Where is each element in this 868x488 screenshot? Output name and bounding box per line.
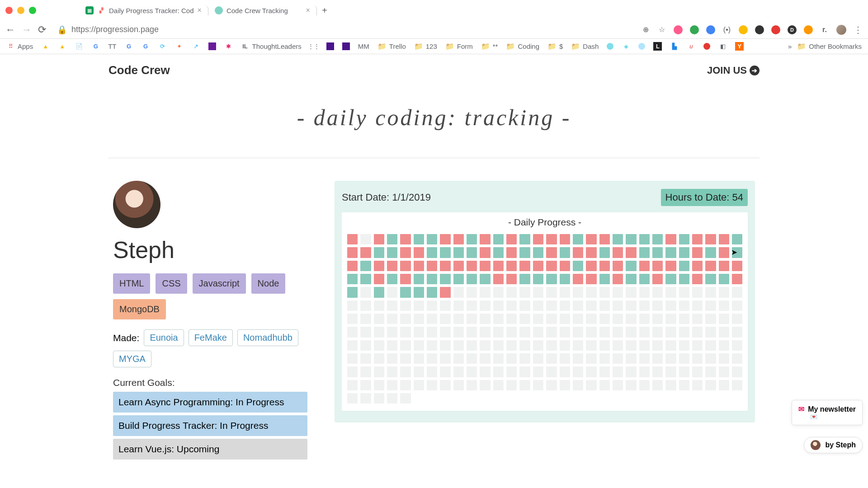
- progress-cell[interactable]: [679, 287, 689, 297]
- progress-cell[interactable]: [467, 340, 477, 351]
- bm-item[interactable]: ▙: [670, 42, 679, 51]
- progress-cell[interactable]: [360, 393, 371, 404]
- progress-cell[interactable]: [414, 287, 424, 297]
- bm-item[interactable]: G: [142, 42, 150, 51]
- reload-button[interactable]: ⟳: [38, 24, 46, 36]
- progress-cell[interactable]: [626, 380, 636, 390]
- progress-cell[interactable]: [347, 340, 358, 351]
- progress-cell[interactable]: [679, 314, 689, 324]
- progress-cell[interactable]: [414, 353, 424, 364]
- progress-cell[interactable]: [560, 340, 570, 351]
- progress-cell[interactable]: [519, 261, 530, 271]
- progress-cell[interactable]: [639, 287, 650, 297]
- ext-icon[interactable]: [755, 25, 764, 34]
- progress-cell[interactable]: [414, 327, 424, 337]
- ext-icon[interactable]: D: [788, 25, 797, 34]
- made-link[interactable]: Nomadhubb: [237, 329, 298, 346]
- progress-cell[interactable]: [705, 380, 716, 390]
- progress-cell[interactable]: [586, 287, 596, 297]
- zoom-icon[interactable]: [641, 25, 650, 34]
- progress-cell[interactable]: [493, 380, 504, 390]
- progress-cell[interactable]: [665, 287, 676, 297]
- progress-cell[interactable]: [453, 274, 464, 284]
- progress-cell[interactable]: [519, 247, 530, 258]
- progress-cell[interactable]: [506, 327, 517, 337]
- progress-cell[interactable]: [652, 340, 663, 351]
- progress-cell[interactable]: [573, 353, 583, 364]
- bm-item[interactable]: [342, 42, 350, 50]
- progress-cell[interactable]: [374, 287, 384, 297]
- progress-cell[interactable]: [414, 274, 424, 284]
- progress-cell[interactable]: [387, 247, 397, 258]
- bookmark-star-icon[interactable]: [657, 25, 666, 34]
- progress-cell[interactable]: [506, 261, 517, 271]
- progress-cell[interactable]: [374, 314, 384, 324]
- progress-cell[interactable]: [400, 340, 410, 351]
- progress-cell[interactable]: [347, 353, 358, 364]
- progress-cell[interactable]: [533, 340, 543, 351]
- progress-cell[interactable]: [679, 353, 689, 364]
- progress-cell[interactable]: [453, 380, 464, 390]
- progress-cell[interactable]: [732, 353, 742, 364]
- progress-cell[interactable]: [613, 287, 623, 297]
- other-bookmarks[interactable]: Other Bookmarks: [797, 42, 862, 51]
- progress-cell[interactable]: [639, 247, 650, 258]
- progress-cell[interactable]: [360, 327, 371, 337]
- progress-cell[interactable]: [705, 353, 716, 364]
- progress-cell[interactable]: [639, 340, 650, 351]
- progress-cell[interactable]: [480, 234, 490, 244]
- progress-cell[interactable]: [467, 274, 477, 284]
- progress-cell[interactable]: [387, 261, 397, 271]
- tab-sheets[interactable]: ▦ ▞ Daily Progress Tracker: Cod ×: [79, 5, 208, 15]
- progress-cell[interactable]: [347, 234, 358, 244]
- progress-cell[interactable]: [400, 274, 410, 284]
- progress-cell[interactable]: [480, 314, 490, 324]
- progress-cell[interactable]: [427, 287, 437, 297]
- progress-cell[interactable]: [586, 327, 596, 337]
- progress-cell[interactable]: [453, 300, 464, 311]
- bm-item[interactable]: ▲: [41, 42, 50, 51]
- progress-cell[interactable]: [480, 274, 490, 284]
- bm-folder[interactable]: Form: [445, 42, 473, 51]
- progress-cell[interactable]: [493, 274, 504, 284]
- progress-cell[interactable]: [347, 380, 358, 390]
- progress-cell[interactable]: [546, 287, 557, 297]
- progress-cell[interactable]: [493, 247, 504, 258]
- progress-cell[interactable]: [573, 340, 583, 351]
- progress-cell[interactable]: [506, 314, 517, 324]
- progress-cell[interactable]: [533, 366, 543, 377]
- progress-cell[interactable]: [719, 287, 729, 297]
- progress-cell[interactable]: [493, 261, 504, 271]
- progress-cell[interactable]: [599, 380, 610, 390]
- progress-cell[interactable]: [560, 287, 570, 297]
- progress-cell[interactable]: [665, 327, 676, 337]
- progress-cell[interactable]: [440, 380, 450, 390]
- progress-cell[interactable]: [480, 261, 490, 271]
- progress-cell[interactable]: [586, 340, 596, 351]
- bm-item[interactable]: MM: [358, 42, 369, 50]
- progress-cell[interactable]: [546, 340, 557, 351]
- progress-cell[interactable]: [414, 300, 424, 311]
- progress-cell[interactable]: [506, 287, 517, 297]
- progress-cell[interactable]: [732, 274, 742, 284]
- progress-cell[interactable]: [493, 314, 504, 324]
- progress-cell[interactable]: [414, 380, 424, 390]
- progress-cell[interactable]: [719, 300, 729, 311]
- progress-cell[interactable]: [573, 366, 583, 377]
- progress-cell[interactable]: [639, 234, 650, 244]
- progress-cell[interactable]: [519, 353, 530, 364]
- tab-codecrew[interactable]: Code Crew Tracking ×: [208, 5, 317, 15]
- new-tab-button[interactable]: +: [320, 5, 330, 15]
- bm-item[interactable]: ILThoughtLeaders: [241, 42, 302, 51]
- progress-cell[interactable]: [360, 314, 371, 324]
- progress-cell[interactable]: [719, 261, 729, 271]
- progress-cell[interactable]: [360, 300, 371, 311]
- progress-cell[interactable]: [519, 366, 530, 377]
- progress-cell[interactable]: [387, 314, 397, 324]
- progress-cell[interactable]: [599, 300, 610, 311]
- bm-item[interactable]: ⟳: [158, 42, 167, 51]
- back-button[interactable]: ←: [5, 24, 15, 36]
- url-input[interactable]: 🔒 https://progression.page: [52, 23, 636, 36]
- close-tab-icon[interactable]: ×: [198, 6, 202, 14]
- bm-item[interactable]: [208, 42, 216, 50]
